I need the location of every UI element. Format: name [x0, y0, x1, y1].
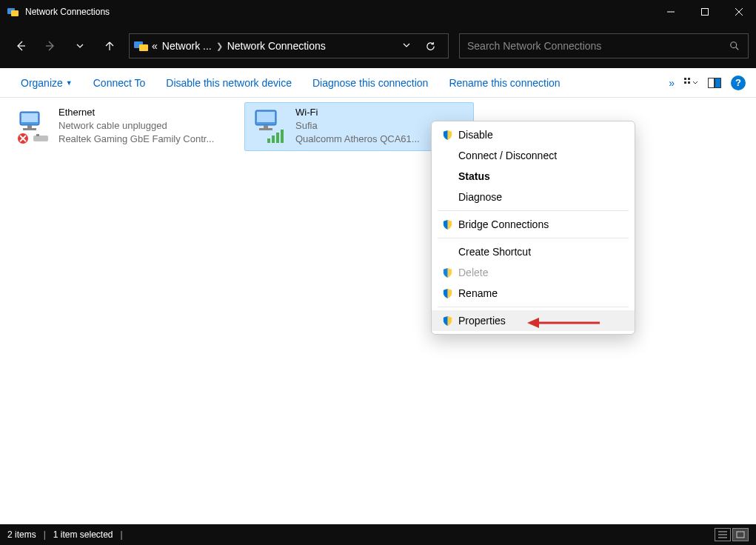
ctx-status[interactable]: Status — [432, 166, 635, 187]
up-button[interactable] — [96, 33, 123, 59]
app-icon — [7, 7, 19, 17]
ctx-diagnose[interactable]: Diagnose — [432, 187, 635, 207]
breadcrumb-part2[interactable]: Network Connections — [227, 40, 326, 52]
organize-menu[interactable]: Organize▼ — [10, 68, 83, 97]
ctx-rename[interactable]: Rename — [432, 283, 635, 304]
svg-rect-13 — [688, 78, 690, 80]
help-button[interactable]: ? — [731, 76, 746, 90]
svg-line-11 — [736, 47, 739, 50]
svg-point-10 — [731, 42, 737, 48]
svg-rect-15 — [688, 81, 690, 84]
large-icons-view-button[interactable] — [732, 528, 749, 541]
search-input[interactable] — [460, 40, 721, 52]
disable-device-button[interactable]: Disable this network device — [155, 68, 302, 97]
context-menu: Disable Connect / Disconnect Status Diag… — [431, 121, 635, 335]
svg-rect-29 — [264, 125, 268, 128]
svg-rect-17 — [715, 78, 721, 87]
title-bar: Network Connections — [0, 0, 756, 24]
preview-pane-button[interactable] — [704, 73, 725, 93]
svg-rect-19 — [21, 113, 38, 122]
svg-rect-30 — [259, 128, 272, 130]
location-icon — [134, 40, 149, 52]
status-item-count: 2 items — [7, 529, 36, 540]
command-bar: Organize▼ Connect To Disable this networ… — [0, 68, 756, 98]
adapter-ethernet[interactable]: Ethernet Network cable unplugged Realtek… — [7, 102, 237, 151]
adapter-status: Sufia — [295, 119, 420, 133]
close-button[interactable] — [722, 0, 756, 24]
svg-rect-40 — [737, 532, 744, 538]
search-icon[interactable] — [721, 41, 748, 51]
svg-rect-33 — [276, 133, 279, 143]
svg-rect-12 — [684, 78, 686, 80]
svg-rect-32 — [272, 136, 275, 143]
view-options-button[interactable] — [680, 73, 701, 93]
status-bar: 2 items | 1 item selected | — [0, 524, 756, 545]
address-bar[interactable]: « Network ... ❯ Network Connections — [129, 33, 449, 58]
breadcrumb-sep: « — [152, 40, 158, 52]
svg-rect-16 — [709, 78, 715, 87]
minimize-button[interactable] — [654, 0, 688, 24]
content-area: Ethernet Network cable unplugged Realtek… — [0, 98, 756, 524]
forward-button[interactable] — [37, 33, 64, 59]
recent-dropdown[interactable] — [67, 33, 93, 59]
search-box[interactable] — [459, 33, 749, 58]
window-title: Network Connections — [25, 7, 654, 17]
adapter-name: Ethernet — [58, 106, 214, 119]
nav-bar: « Network ... ❯ Network Connections — [0, 24, 756, 68]
adapter-status: Network cable unplugged — [58, 119, 214, 133]
svg-rect-9 — [139, 44, 148, 51]
refresh-button[interactable] — [417, 33, 444, 58]
adapter-device: Qualcomm Atheros QCA61... — [295, 133, 420, 146]
ctx-bridge[interactable]: Bridge Connections — [432, 214, 635, 235]
diagnose-button[interactable]: Diagnose this connection — [302, 68, 438, 97]
svg-rect-3 — [702, 9, 709, 16]
svg-marker-36 — [527, 318, 539, 328]
svg-rect-25 — [33, 136, 48, 141]
breadcrumb-part1[interactable]: Network ... — [162, 40, 212, 52]
ethernet-icon — [13, 106, 54, 147]
back-button[interactable] — [7, 33, 34, 59]
breadcrumb-chevron[interactable]: ❯ — [216, 41, 223, 51]
svg-rect-20 — [27, 125, 32, 128]
svg-rect-28 — [257, 112, 275, 122]
adapter-device: Realtek Gaming GbE Family Contr... — [58, 133, 214, 146]
status-selected-count: 1 item selected — [53, 529, 113, 540]
ctx-connect-disconnect[interactable]: Connect / Disconnect — [432, 145, 635, 166]
svg-rect-21 — [23, 128, 36, 130]
svg-rect-1 — [11, 10, 19, 16]
ctx-create-shortcut[interactable]: Create Shortcut — [432, 241, 635, 262]
ctx-separator — [438, 238, 629, 238]
wifi-icon — [250, 106, 291, 147]
connect-to-button[interactable]: Connect To — [83, 68, 156, 97]
address-history-dropdown[interactable] — [396, 40, 417, 52]
details-view-button[interactable] — [715, 528, 731, 541]
svg-rect-14 — [684, 81, 686, 84]
ctx-delete: Delete — [432, 262, 635, 283]
overflow-button[interactable]: » — [664, 68, 679, 97]
svg-rect-34 — [281, 130, 284, 143]
ctx-separator — [438, 210, 629, 211]
ctx-disable[interactable]: Disable — [432, 124, 635, 145]
annotation-arrow — [527, 315, 601, 333]
rename-button[interactable]: Rename this connection — [438, 68, 570, 97]
ctx-separator — [438, 307, 629, 307]
adapter-name: Wi-Fi — [295, 106, 420, 119]
svg-rect-31 — [267, 138, 270, 143]
svg-rect-26 — [36, 134, 39, 136]
maximize-button[interactable] — [688, 0, 722, 24]
